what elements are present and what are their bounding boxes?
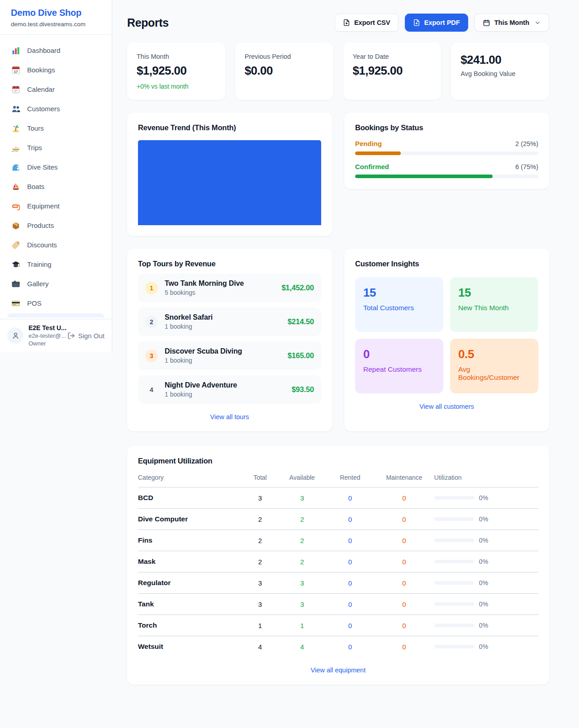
sidebar-item-label: Tours [27, 124, 44, 132]
cell-maintenance: 0 [374, 615, 434, 636]
utilization-percent: 0% [479, 515, 488, 523]
tour-bookings: 1 booking [165, 357, 242, 364]
brand-name[interactable]: Demo Dive Shop [11, 8, 101, 18]
period-select-label: This Month [494, 19, 529, 26]
diving-mask-icon [11, 202, 20, 211]
sidebar-item-reports-active-partial[interactable] [7, 313, 104, 317]
cell-total: 3 [242, 572, 278, 594]
view-all-tours-link[interactable]: View all tours [138, 413, 321, 421]
rank-badge: 3 [145, 350, 158, 362]
calendar-date-icon: 17 [11, 66, 20, 75]
tile-avg-bookings-customer: 0.5 Avg Bookings/Customer [450, 339, 538, 393]
sidebar-item-bookings[interactable]: 17 Bookings [6, 60, 105, 80]
sidebar-item-equipment[interactable]: Equipment [6, 196, 105, 216]
sidebar-item-training[interactable]: Training [6, 255, 105, 274]
table-row: Regulator33000% [138, 572, 538, 594]
stat-label: Avg Booking Value [460, 70, 540, 77]
sidebar-item-label: Dashboard [27, 47, 60, 54]
list-item: 2 Snorkel Safari 1 booking $214.50 [138, 307, 321, 336]
cell-total: 3 [242, 487, 278, 509]
cell-rented: 0 [326, 487, 374, 509]
graduation-cap-icon [11, 260, 20, 269]
sidebar-item-label: Equipment [27, 202, 60, 210]
table-header-row: Category Total Available Rented Maintena… [138, 474, 538, 487]
table-row: Dive Computer22000% [138, 509, 538, 530]
main-content: Reports Export CSV Export PDF This Month… [112, 0, 579, 703]
palm-island-icon [11, 124, 20, 133]
cell-maintenance: 0 [374, 509, 434, 530]
tile-value: 15 [363, 286, 435, 300]
utilization-track [434, 539, 474, 542]
rank-badge: 4 [145, 383, 158, 396]
tour-name: Night Dive Adventure [165, 381, 237, 389]
utilization-track [434, 581, 474, 585]
cell-utilization: 0% [434, 615, 538, 636]
sidebar-item-tours[interactable]: Tours [6, 118, 105, 138]
table-row: Tank33000% [138, 594, 538, 615]
cell-total: 1 [242, 615, 278, 636]
view-all-equipment-link[interactable]: View all equipment [138, 667, 538, 674]
cell-utilization: 0% [434, 487, 538, 509]
equipment-table-body: BCD33000%Dive Computer22000%Fins22000%Ma… [138, 487, 538, 657]
utilization-percent: 0% [479, 622, 488, 629]
sidebar-item-label: Customers [27, 105, 60, 113]
cell-utilization: 0% [434, 594, 538, 615]
sidebar-item-customers[interactable]: Customers [6, 99, 105, 118]
cell-available: 3 [278, 572, 326, 594]
file-download-icon [413, 19, 420, 26]
column-header-rented: Rented [326, 474, 374, 487]
cell-category: Fins [138, 530, 242, 551]
sidebar-item-pos[interactable]: POS [6, 293, 105, 313]
svg-text:17: 17 [14, 70, 18, 74]
brand-domain: demo.test.divestreams.com [11, 21, 101, 28]
sidebar-item-products[interactable]: Products [6, 216, 105, 235]
equipment-utilization-card: Equipment Utilization Category Total Ava… [127, 446, 549, 685]
sidebar-item-boats[interactable]: Boats [6, 177, 105, 196]
tour-amount: $93.50 [292, 385, 314, 394]
tour-amount: $214.50 [288, 317, 314, 326]
sign-out-label: Sign Out [78, 332, 104, 340]
cell-available: 2 [278, 551, 326, 572]
cell-available: 4 [278, 636, 326, 657]
insights-row: Top Tours by Revenue 1 Two Tank Morning … [127, 249, 549, 431]
view-all-customers-link[interactable]: View all customers [355, 403, 538, 410]
tour-amount: $1,452.00 [281, 284, 314, 292]
table-row: Wetsuit44000% [138, 636, 538, 657]
sign-out-button[interactable]: Sign Out [67, 332, 104, 340]
cell-category: Torch [138, 615, 242, 636]
cell-available: 3 [278, 594, 326, 615]
utilization-track [434, 624, 474, 627]
sidebar-item-dashboard[interactable]: Dashboard [6, 41, 105, 60]
tile-label: Total Customers [363, 304, 435, 312]
cell-maintenance: 0 [374, 572, 434, 594]
period-select-button[interactable]: This Month [475, 14, 549, 32]
card-title: Equipment Utilization [138, 457, 538, 465]
export-pdf-button[interactable]: Export PDF [405, 14, 468, 32]
column-header-total: Total [242, 474, 278, 487]
cell-utilization: 0% [434, 551, 538, 572]
sidebar-item-label: Discounts [27, 241, 57, 249]
stat-label: Year to Date [353, 53, 432, 60]
cell-maintenance: 0 [374, 551, 434, 572]
utilization-percent: 0% [479, 537, 488, 544]
tour-name: Discover Scuba Diving [165, 347, 242, 355]
stat-cards-row: This Month $1,925.00 +0% vs last month P… [127, 43, 549, 100]
sidebar-item-discounts[interactable]: Discounts [6, 235, 105, 255]
export-csv-button[interactable]: Export CSV [335, 14, 399, 32]
tile-label: Avg Bookings/Customer [458, 365, 530, 382]
sidebar-item-calendar[interactable]: Calendar [6, 80, 105, 99]
card-title: Top Tours by Revenue [138, 260, 321, 268]
rank-badge: 1 [145, 282, 158, 294]
utilization-track [434, 517, 474, 521]
utilization-percent: 0% [479, 558, 488, 565]
sidebar-item-dive-sites[interactable]: Dive Sites [6, 157, 105, 177]
column-header-category: Category [138, 474, 242, 487]
camera-icon [11, 279, 20, 288]
bookings-by-status-card: Bookings by Status Pending 2 (25%) Confi… [344, 113, 549, 189]
brand-block: Demo Dive Shop demo.test.divestreams.com [0, 0, 112, 35]
cell-rented: 0 [326, 594, 374, 615]
sidebar-item-gallery[interactable]: Gallery [6, 274, 105, 293]
stat-card-previous-period: Previous Period $0.00 [235, 43, 333, 100]
stat-value: $241.00 [460, 53, 540, 67]
sidebar-item-trips[interactable]: Trips [6, 138, 105, 157]
